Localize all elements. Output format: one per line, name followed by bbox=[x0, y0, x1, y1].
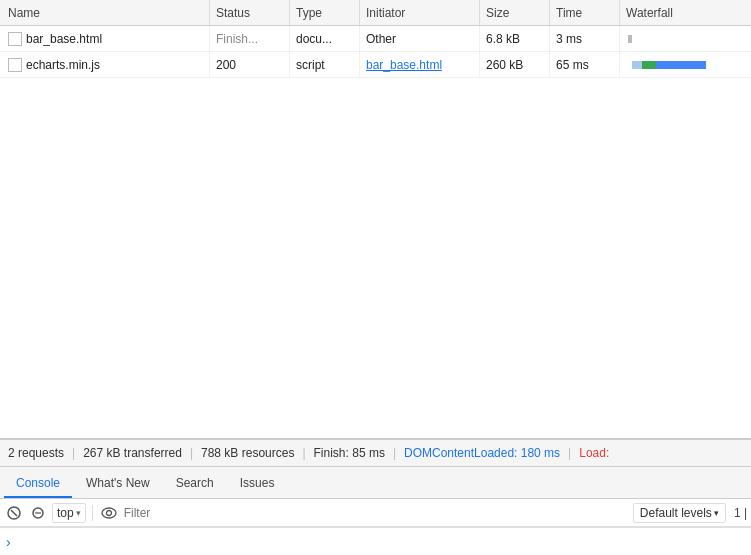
cell-waterfall-1 bbox=[620, 26, 751, 51]
cell-status-1: Finish... bbox=[210, 26, 290, 51]
tab-console[interactable]: Console bbox=[4, 470, 72, 498]
svg-line-1 bbox=[11, 510, 17, 516]
context-arrow-icon: ▾ bbox=[76, 508, 81, 518]
console-toolbar: top ▾ Default levels ▾ 1 | bbox=[0, 499, 751, 527]
network-panel: Name Status Type Initiator Size Time Wat… bbox=[0, 0, 751, 439]
status-bar: 2 requests | 267 kB transferred | 788 kB… bbox=[0, 439, 751, 467]
cell-time-1: 3 ms bbox=[550, 26, 620, 51]
col-header-size[interactable]: Size bbox=[480, 0, 550, 25]
load-time: Load: bbox=[579, 446, 609, 460]
network-table-header: Name Status Type Initiator Size Time Wat… bbox=[0, 0, 751, 26]
cell-name-1: bar_base.html bbox=[0, 26, 210, 51]
console-input[interactable] bbox=[15, 535, 745, 549]
cell-initiator-2[interactable]: bar_base.html bbox=[360, 52, 480, 77]
filter-input-wrapper bbox=[123, 503, 629, 523]
cell-time-2: 65 ms bbox=[550, 52, 620, 77]
col-header-status[interactable]: Status bbox=[210, 0, 290, 25]
cell-initiator-1: Other bbox=[360, 26, 480, 51]
default-levels-button[interactable]: Default levels ▾ bbox=[633, 503, 726, 523]
filter-button[interactable] bbox=[28, 503, 48, 523]
col-header-type[interactable]: Type bbox=[290, 0, 360, 25]
file-icon-1 bbox=[8, 32, 22, 46]
network-table-rows: bar_base.html Finish... docu... Other 6.… bbox=[0, 26, 751, 438]
transferred-size: 267 kB transferred bbox=[83, 446, 182, 460]
default-levels-arrow-icon: ▾ bbox=[714, 508, 719, 518]
bottom-tabs-bar: Console What's New Search Issues bbox=[0, 467, 751, 499]
show-options-button[interactable] bbox=[99, 503, 119, 523]
svg-point-5 bbox=[106, 510, 111, 515]
col-header-waterfall[interactable]: Waterfall bbox=[620, 0, 751, 25]
col-header-initiator[interactable]: Initiator bbox=[360, 0, 480, 25]
file-icon-2 bbox=[8, 58, 22, 72]
clear-console-button[interactable] bbox=[4, 503, 24, 523]
cell-name-2: echarts.min.js bbox=[0, 52, 210, 77]
table-row[interactable]: echarts.min.js 200 script bar_base.html … bbox=[0, 52, 751, 78]
col-header-name[interactable]: Name bbox=[0, 0, 210, 25]
filter-input[interactable] bbox=[124, 506, 628, 520]
resources-size: 788 kB resources bbox=[201, 446, 294, 460]
cell-type-1: docu... bbox=[290, 26, 360, 51]
console-prompt-icon: › bbox=[6, 534, 11, 550]
tab-search[interactable]: Search bbox=[164, 470, 226, 498]
tab-whats-new[interactable]: What's New bbox=[74, 470, 162, 498]
table-row[interactable]: bar_base.html Finish... docu... Other 6.… bbox=[0, 26, 751, 52]
requests-count: 2 requests bbox=[8, 446, 64, 460]
context-label: top bbox=[57, 506, 74, 520]
col-header-time[interactable]: Time bbox=[550, 0, 620, 25]
cell-waterfall-2 bbox=[620, 52, 751, 77]
cell-size-2: 260 kB bbox=[480, 52, 550, 77]
cell-status-2: 200 bbox=[210, 52, 290, 77]
svg-point-4 bbox=[102, 508, 116, 518]
toolbar-divider bbox=[92, 505, 93, 521]
console-input-area: › bbox=[0, 527, 751, 555]
cell-size-1: 6.8 kB bbox=[480, 26, 550, 51]
side-number: 1 | bbox=[734, 506, 747, 520]
context-selector[interactable]: top ▾ bbox=[52, 503, 86, 523]
domcontent-loaded: DOMContentLoaded: 180 ms bbox=[404, 446, 560, 460]
finish-time: Finish: 85 ms bbox=[314, 446, 385, 460]
tab-issues[interactable]: Issues bbox=[228, 470, 287, 498]
cell-type-2: script bbox=[290, 52, 360, 77]
